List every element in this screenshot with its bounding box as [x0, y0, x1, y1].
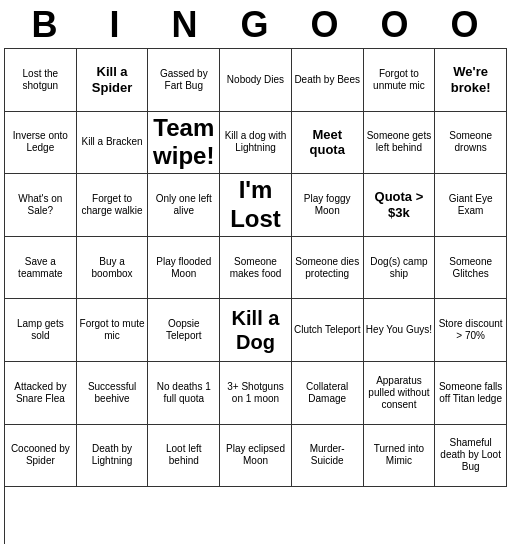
- bingo-cell: Gassed by Fart Bug: [148, 49, 220, 112]
- bingo-cell: Kill a Bracken: [77, 112, 149, 175]
- bingo-cell: Murder-Suicide: [292, 425, 364, 488]
- bingo-grid: Lost the shotgunKill a SpiderGassed by F…: [4, 48, 507, 544]
- header-letter: O: [431, 4, 501, 46]
- bingo-cell: Buy a boombox: [77, 237, 149, 300]
- bingo-cell: Someone dies protecting: [292, 237, 364, 300]
- bingo-cell: Quota > $3k: [364, 174, 436, 237]
- bingo-cell: I'm Lost: [220, 174, 292, 237]
- bingo-cell: Someone makes food: [220, 237, 292, 300]
- header-letter: G: [221, 4, 291, 46]
- bingo-cell: Play flooded Moon: [148, 237, 220, 300]
- header-letter: O: [361, 4, 431, 46]
- header-letter: B: [11, 4, 81, 46]
- bingo-cell: Save a teammate: [5, 237, 77, 300]
- bingo-cell: Oopsie Teleport: [148, 299, 220, 362]
- bingo-cell: Forget to charge walkie: [77, 174, 149, 237]
- bingo-cell: Someone Glitches: [435, 237, 507, 300]
- bingo-cell: Store discount > 70%: [435, 299, 507, 362]
- header-letter: I: [81, 4, 151, 46]
- bingo-cell: Collateral Damage: [292, 362, 364, 425]
- bingo-cell: Play foggy Moon: [292, 174, 364, 237]
- bingo-cell: Someone drowns: [435, 112, 507, 175]
- bingo-cell: Death by Bees: [292, 49, 364, 112]
- bingo-cell: Forgot to unmute mic: [364, 49, 436, 112]
- bingo-cell: Forgot to mute mic: [77, 299, 149, 362]
- bingo-cell: Kill a dog with Lightning: [220, 112, 292, 175]
- bingo-cell: Inverse onto Ledge: [5, 112, 77, 175]
- bingo-cell: We're broke!: [435, 49, 507, 112]
- bingo-cell: Meet quota: [292, 112, 364, 175]
- bingo-cell: Kill a Dog: [220, 299, 292, 362]
- bingo-cell: Clutch Teleport: [292, 299, 364, 362]
- bingo-cell: Apparatus pulled without consent: [364, 362, 436, 425]
- bingo-cell: Lost the shotgun: [5, 49, 77, 112]
- bingo-cell: Shameful death by Loot Bug: [435, 425, 507, 488]
- bingo-cell: Kill a Spider: [77, 49, 149, 112]
- bingo-cell: 3+ Shotguns on 1 moon: [220, 362, 292, 425]
- bingo-cell: Only one left alive: [148, 174, 220, 237]
- bingo-cell: Team wipe!: [148, 112, 220, 175]
- bingo-cell: Play eclipsed Moon: [220, 425, 292, 488]
- bingo-cell: Hey You Guys!: [364, 299, 436, 362]
- bingo-cell: Turned into Mimic: [364, 425, 436, 488]
- bingo-cell: Nobody Dies: [220, 49, 292, 112]
- bingo-cell: Cocooned by Spider: [5, 425, 77, 488]
- bingo-cell: Attacked by Snare Flea: [5, 362, 77, 425]
- bingo-cell: Dog(s) camp ship: [364, 237, 436, 300]
- bingo-cell: Successful beehive: [77, 362, 149, 425]
- bingo-cell: Lamp gets sold: [5, 299, 77, 362]
- bingo-cell: What's on Sale?: [5, 174, 77, 237]
- bingo-header: BINGOOO: [4, 4, 507, 46]
- bingo-cell: Death by Lightning: [77, 425, 149, 488]
- bingo-cell: Someone falls off Titan ledge: [435, 362, 507, 425]
- bingo-cell: Giant Eye Exam: [435, 174, 507, 237]
- bingo-cell: Loot left behind: [148, 425, 220, 488]
- header-letter: N: [151, 4, 221, 46]
- bingo-cell: No deaths 1 full quota: [148, 362, 220, 425]
- header-letter: O: [291, 4, 361, 46]
- bingo-cell: Someone gets left behind: [364, 112, 436, 175]
